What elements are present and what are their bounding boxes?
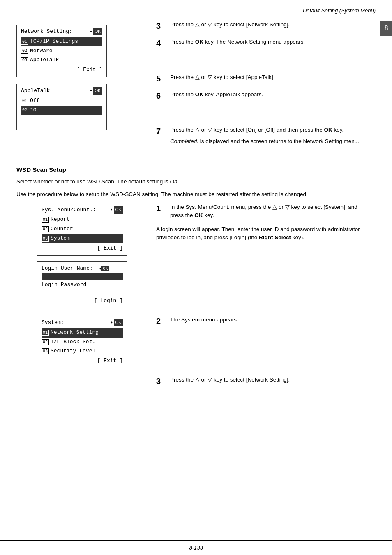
completed-text: Completed. (170, 138, 198, 144)
list-item: 02 I/F Block Set. (42, 338, 123, 347)
wsd-step-1: Sys. Menu/Count.: ✦ OK 01 Report 02 Coun… (16, 203, 367, 308)
screen2-title: AppleTalk (21, 87, 69, 95)
page-footer: 8-133 (0, 540, 392, 555)
item-label: *On (30, 106, 39, 115)
item-num: 03 (42, 236, 49, 242)
navigate-icon: ✦ (90, 28, 92, 35)
step-content: 2 The System menu appears. (156, 316, 367, 326)
list-item: 01 Report (42, 215, 123, 224)
step-7: 7 Press the △ or ▽ key to select [On] or… (156, 126, 367, 146)
header-title: Default Setting (System Menu) (303, 7, 376, 14)
ok-label: OK (93, 28, 102, 35)
sys-screen-title: Sys. Menu/Count.: (42, 206, 96, 215)
step-text: In the Sys. Menu/Count. menu, press the … (170, 203, 367, 220)
sys-menu-count-screen: Sys. Menu/Count.: ✦ OK 01 Report 02 Coun… (37, 203, 127, 256)
list-item: 02 Counter (42, 224, 123, 234)
step-number: 3 (156, 21, 165, 31)
wsd-step2-screen: System: ✦ OK 01 Network Setting 02 I/F B… (16, 316, 156, 368)
login-screen: Login User Name: ✦OK Login Password: [ L… (37, 261, 127, 308)
exit-row: [ Exit ] (42, 357, 123, 365)
wsd-para2: Use the procedure below to setup the WSD… (16, 190, 367, 199)
step-number: 4 (156, 38, 165, 49)
step-number: 3 (156, 376, 165, 386)
sys-screen-ok: ✦ OK (111, 206, 123, 214)
item-label: Security Level (51, 347, 95, 356)
step-text: Press the △ or ▽ key to select [On] or [… (170, 126, 367, 146)
wsd-para1: Select whether or not to use WSD Scan. T… (16, 177, 367, 186)
list-item: 03 Security Level (42, 347, 123, 356)
top-steps-column: 3 Press the △ or ▽ key to select [Networ… (156, 21, 367, 150)
screen1-title: Network Setting: (21, 28, 76, 36)
step-content: 1 In the Sys. Menu/Count. menu, press th… (156, 203, 367, 220)
step-6: 6 Press the OK key. AppleTalk appears. (156, 90, 367, 101)
item-label: NetWare (30, 47, 53, 56)
chapter-tab: 8 (380, 21, 392, 36)
step-text: Press the △ or ▽ key to select [Network … (170, 21, 367, 29)
step1-login-note: A login screen will appear. Then, enter … (156, 225, 367, 242)
screen2-ok-badge: ✦ OK (90, 87, 102, 95)
wsd-step-3: 3 Press the △ or ▽ key to select [Networ… (16, 376, 367, 386)
list-item: 01 Off (21, 96, 102, 106)
navigate-icon: ✦ (111, 207, 113, 213)
wsd-step1-text: 1 In the Sys. Menu/Count. menu, press th… (156, 203, 367, 242)
wsd-step-2: System: ✦ OK 01 Network Setting 02 I/F B… (16, 316, 367, 368)
system-screen-title: System: (42, 319, 93, 327)
list-item: 03 AppleTalk (21, 56, 102, 65)
ok-label: OK (114, 319, 123, 326)
item-num: 02 (42, 226, 49, 232)
list-item: 01 Network Setting (42, 328, 123, 338)
wsd-step2-text: 2 The System menu appears. (156, 316, 367, 326)
exit-row: [ Exit ] (42, 244, 123, 253)
item-label: Off (30, 97, 39, 105)
step-4: 4 Press the OK key. The Network Setting … (156, 38, 367, 49)
step-number: 2 (156, 316, 165, 326)
item-num: 01 (42, 330, 49, 336)
list-item: 02 *On (21, 106, 102, 115)
item-num: 02 (21, 107, 28, 113)
appletalk-screen: AppleTalk ✦ OK 01 Off 02 *On (16, 84, 107, 130)
step-5: 5 Press the △ or ▽ key to select [AppleT… (156, 73, 367, 84)
item-label: Counter (51, 225, 73, 234)
login-username-label: Login User Name: ✦OK (42, 264, 123, 273)
item-label: AppleTalk (30, 56, 59, 65)
item-label: TCP/IP Settings (30, 37, 78, 46)
login-username-input[interactable] (42, 273, 123, 280)
item-num: 03 (42, 348, 49, 354)
item-num: 01 (21, 39, 28, 45)
list-item: 02 NetWare (21, 46, 102, 56)
item-label: I/F Block Set. (51, 338, 95, 347)
screen1-ok-badge: ✦ OK (90, 28, 102, 35)
step-text: Press the OK key. The Network Setting me… (170, 38, 367, 46)
item-num: 01 (42, 217, 49, 223)
wsd-step1-screens: Sys. Menu/Count.: ✦ OK 01 Report 02 Coun… (16, 203, 156, 308)
step-text: Press the △ or ▽ key to select [Network … (170, 376, 367, 384)
step-number: 7 (156, 126, 165, 136)
step-3: 3 Press the △ or ▽ key to select [Networ… (156, 21, 367, 31)
navigate-icon: ✦ (90, 88, 92, 94)
wsd-section: WSD Scan Setup Select whether or not to … (16, 166, 367, 387)
item-label: Report (51, 215, 70, 224)
item-num: 01 (21, 98, 28, 104)
ok-label: OK (93, 87, 102, 95)
page-number: 8-133 (189, 545, 203, 551)
navigate-icon: ✦ (111, 319, 113, 326)
system-screen-ok: ✦ OK (111, 319, 123, 326)
item-label: Network Setting (51, 328, 99, 337)
item-num: 02 (21, 48, 28, 54)
page-header: Default Setting (System Menu) (0, 0, 392, 16)
step-text: Press the OK key. AppleTalk appears. (170, 90, 367, 99)
item-num: 03 (21, 57, 28, 63)
ok-label: OK (114, 206, 123, 214)
step-text: The System menu appears. (170, 316, 367, 324)
default-value: On (170, 178, 177, 185)
system-screen: System: ✦ OK 01 Network Setting 02 I/F B… (37, 316, 127, 368)
network-setting-screen: Network Setting: ✦ OK 01 TCP/IP Settings… (16, 25, 107, 77)
step-number: 6 (156, 90, 165, 101)
section-divider (16, 157, 367, 157)
step-text: Press the △ or ▽ key to select [AppleTal… (170, 73, 367, 81)
item-num: 02 (42, 339, 49, 345)
list-item: 03 System (42, 234, 123, 243)
login-exit-row: [ Login ] (42, 297, 123, 305)
wsd-heading: WSD Scan Setup (16, 166, 367, 173)
item-label: System (51, 234, 70, 243)
